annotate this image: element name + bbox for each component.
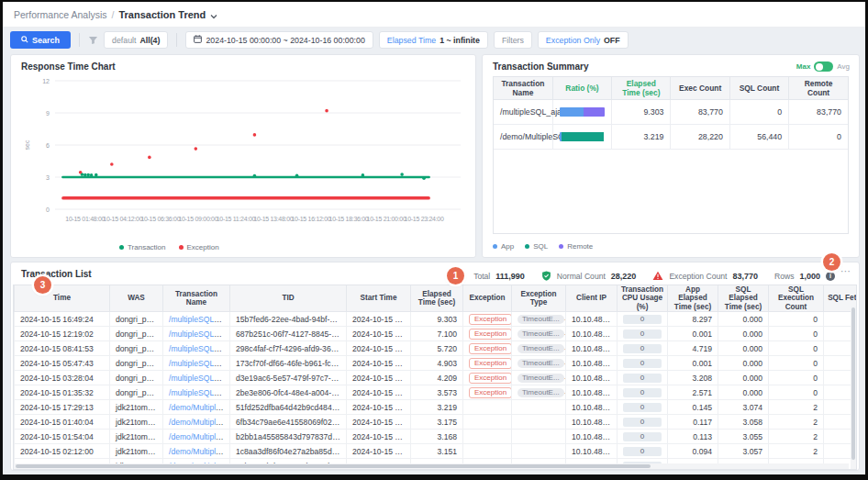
cell-transaction-name: /demo/MultipleSQL.. [163, 400, 230, 415]
filters-button[interactable]: Filters [494, 31, 532, 49]
response-time-chart[interactable]: 036912sec10-15 01:48:0010-15 04:12:0010-… [15, 73, 472, 237]
cell-remote-count: 83,770 [789, 99, 848, 124]
cell-transaction-name: /demo/MultipleSQL.. [163, 430, 230, 444]
table-row[interactable]: 2024-10-15 03:28:04dongri_python/multipl… [15, 371, 858, 385]
summary-column-header[interactable]: Ratio (%) [552, 77, 611, 99]
search-button-label: Search [32, 36, 60, 45]
info-icon[interactable]: i [826, 272, 835, 281]
cell-sql-exec-count: 0 [769, 327, 824, 341]
cell-transaction-name: /multipleSQL_ajax [163, 385, 230, 400]
svg-text:10-15 09:00:00: 10-15 09:00:00 [178, 216, 217, 222]
cell-elapsed-time: 9.303 [612, 99, 671, 124]
chart-legend: TransactionException [119, 243, 219, 251]
list-column-header[interactable]: Exception Type [512, 285, 566, 312]
cell-transaction-name: /multipleSQL_ajax [163, 327, 230, 341]
summary-column-header[interactable]: SQL Count [729, 77, 788, 99]
search-button[interactable]: Search [10, 31, 71, 49]
transaction-link[interactable]: /multipleSQL_ajax [169, 374, 230, 383]
list-column-header[interactable]: Time [15, 285, 110, 312]
svg-text:6: 6 [46, 142, 50, 149]
cell-start-time: 2024-10-15 08:41:47 [347, 341, 411, 356]
cell-client-ip: 10.10.48.76 [566, 327, 618, 341]
toggle-switch[interactable] [814, 61, 833, 72]
profile-label: default [112, 36, 136, 45]
transaction-link[interactable]: /demo/MultipleSQL.. [169, 403, 230, 412]
summary-column-header[interactable]: Exec Count [671, 77, 729, 99]
page-title[interactable]: Transaction Trend [118, 9, 206, 20]
transaction-link[interactable]: /demo/MultipleSQL.. [169, 447, 230, 456]
summary-column-header[interactable]: Transaction Name [494, 77, 552, 99]
cpu-usage-bar: 0 [623, 432, 662, 441]
chevron-down-icon[interactable] [210, 6, 217, 23]
table-row[interactable]: 2024-10-15 17:29:13jdk21tomcat8/demo/Mul… [15, 400, 858, 415]
table-row[interactable]: 2024-10-15 01:35:32dongri_python/multipl… [15, 385, 858, 400]
table-row[interactable]: 2024-10-15 16:49:24dongri_python/multipl… [15, 312, 858, 327]
list-column-header[interactable]: Transaction CPU Usage (%) [618, 285, 668, 312]
breadcrumb-root[interactable]: Performance Analysis [14, 9, 107, 20]
cell-exception [463, 430, 512, 444]
cell-app-elapsed: 0.001 [668, 356, 718, 371]
summary-row[interactable]: /demo/MultipleSQ..3.21928,22056,4400 [494, 124, 848, 149]
table-row[interactable]: 2024-10-15 01:54:04jdk21tomcat8/demo/Mul… [15, 430, 858, 444]
summary-column-header[interactable]: Remote Count [789, 77, 848, 99]
transaction-link[interactable]: /demo/MultipleSQL.. [169, 418, 230, 427]
list-column-header[interactable]: SQL Execution Count [769, 285, 824, 312]
cell-exception [463, 400, 512, 415]
table-row[interactable]: 2024-10-15 12:19:02dongri_python/multipl… [15, 327, 858, 341]
annotation-badge-3: 3 [34, 276, 51, 294]
vertical-scrollbar[interactable] [851, 306, 856, 469]
legend-item: Remote [559, 242, 593, 251]
funnel-filter-icon[interactable] [88, 36, 98, 45]
list-column-header[interactable]: Elapsed Time (sec) [411, 285, 463, 312]
transaction-list-panel: Transaction List 3 2 1 Total 111,990 Nor… [10, 262, 860, 471]
list-column-header[interactable]: Exception [463, 285, 512, 312]
table-row[interactable]: 2024-10-15 01:40:04jdk21tomcat8/demo/Mul… [15, 415, 858, 430]
elapsed-time-filter[interactable]: Elapsed Time 1 ~ infinite [379, 31, 488, 49]
transaction-link[interactable]: /multipleSQL_ajax [169, 329, 230, 339]
table-row[interactable]: 2024-10-15 05:47:43dongri_python/multipl… [15, 356, 858, 371]
cell-elapsed-time: 5.720 [411, 341, 463, 356]
list-column-header[interactable]: Start Time [347, 285, 411, 312]
table-row[interactable]: 2024-10-15 02:12:00jdk21tomcat8/demo/Mul… [15, 444, 858, 459]
cell-time: 2024-10-15 03:28:04 [15, 371, 110, 385]
table-row[interactable]: 2024-10-15 08:41:53dongri_python/multipl… [15, 341, 858, 356]
cell-tid: 6fb34c79ae6e41558069f0212e85c3fd [230, 415, 347, 430]
transaction-link[interactable]: /multipleSQL_ajax [169, 388, 230, 397]
max-avg-toggle[interactable]: Max Avg [796, 61, 850, 72]
cell-client-ip: 10.10.48.76 [566, 400, 618, 415]
vertical-scrollbar-thumb[interactable] [851, 307, 855, 460]
more-options-icon[interactable]: ⋯ [840, 265, 851, 277]
transaction-link[interactable]: /multipleSQL_ajax [169, 344, 230, 353]
svg-text:10-15 01:48:00: 10-15 01:48:00 [65, 216, 105, 222]
cell-exception: Exception [463, 327, 512, 341]
list-column-header[interactable]: App Elapsed Time (sec) [668, 285, 718, 312]
list-column-header[interactable]: Transaction Name [163, 285, 230, 312]
transaction-link[interactable]: /demo/MultipleSQL.. [169, 432, 230, 441]
list-column-header[interactable]: TID [230, 285, 347, 312]
list-column-header[interactable]: SQL Elapsed Time (sec) [718, 285, 769, 312]
ratio-bar-segment [562, 132, 603, 141]
list-column-header[interactable]: WAS [110, 285, 163, 312]
cell-sql-exec-count: 2 [769, 444, 824, 459]
cell-client-ip: 10.10.48.76 [566, 312, 618, 327]
profile-selector[interactable]: default All(4) [104, 31, 168, 49]
cell-was: dongri_python [110, 327, 163, 341]
transaction-link[interactable]: /multipleSQL_ajax [169, 315, 230, 324]
cell-client-ip: 10.10.48.76 [566, 415, 618, 430]
list-column-header[interactable]: Client IP [566, 285, 618, 312]
exception-count-label: Exception Count [669, 272, 727, 281]
transaction-link[interactable]: /multipleSQL_ajax [169, 359, 230, 368]
calendar-icon [194, 35, 202, 45]
date-range-picker[interactable]: 2024-10-15 00:00:00 ~ 2024-10-16 00:00:0… [185, 31, 373, 49]
cell-app-elapsed: 0.001 [668, 327, 718, 341]
horizontal-scrollbar[interactable] [14, 463, 849, 469]
exception-only-value: OFF [604, 36, 620, 45]
cell-sql-exec-count: 2 [769, 400, 824, 415]
cell-start-time: 2024-10-15 01:35:28 [347, 385, 411, 400]
exception-only-toggle[interactable]: Exception Only OFF [538, 31, 629, 49]
summary-row[interactable]: /multipleSQL_ajax9.30383,770083,770 [494, 99, 848, 124]
summary-column-header[interactable]: Elapsed Time (sec) [612, 77, 671, 99]
horizontal-scrollbar-thumb[interactable] [16, 464, 651, 468]
normal-count-value: 28,220 [611, 272, 637, 281]
cell-client-ip: 10.10.48.76 [566, 341, 618, 356]
